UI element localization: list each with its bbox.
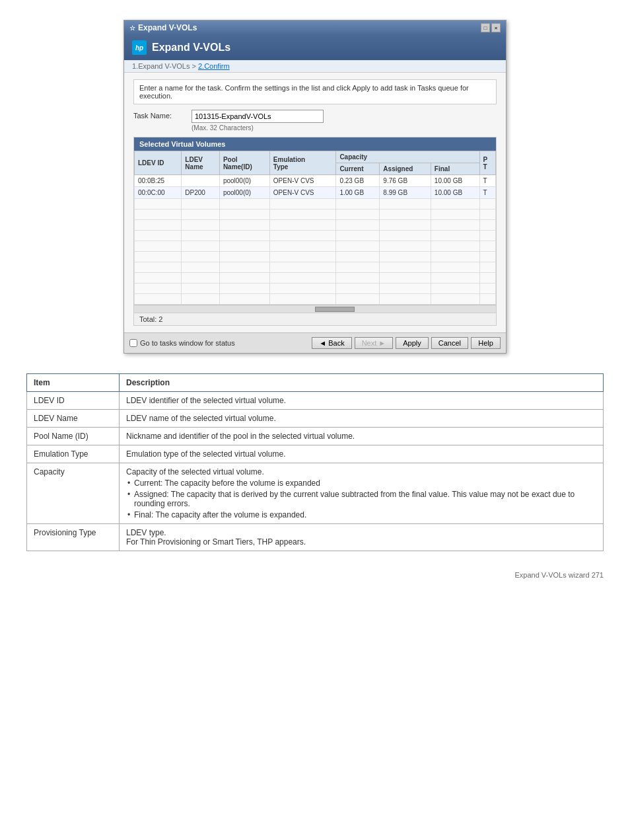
ref-item-label: Pool Name (ID) (27, 428, 120, 445)
list-item: Pool Name (ID) Nickname and identifier o… (27, 428, 604, 445)
table-row-empty (135, 284, 496, 294)
total-row: Total: 2 (134, 313, 496, 325)
ref-item-desc: Nickname and identifier of the pool in t… (120, 428, 604, 445)
titlebar-left: ☆ Expand V-VOLs (129, 23, 197, 32)
col-ldev-id: LDEV ID (135, 151, 182, 175)
close-button[interactable]: × (491, 23, 501, 32)
ref-item-desc: Capacity of the selected virtual volume.… (120, 463, 604, 524)
next-button[interactable]: Next ► (355, 337, 394, 349)
ref-item-label: Emulation Type (27, 445, 120, 463)
ref-col1-header: Item (27, 374, 120, 392)
table-row-empty (135, 199, 496, 210)
table-row-empty (135, 262, 496, 273)
list-item: Provisioning Type LDEV type.For Thin Pro… (27, 524, 604, 551)
breadcrumb-separator: > (192, 62, 198, 70)
cell-ldev-id: 00:0B:25 (135, 175, 182, 187)
table-row-empty (135, 273, 496, 284)
apply-button[interactable]: Apply (396, 337, 429, 349)
ref-item-desc: LDEV identifier of the selected virtual … (120, 392, 604, 410)
table-row-empty (135, 210, 496, 220)
table-row-empty (135, 252, 496, 262)
dialog-body: Enter a name for the task. Confirm the s… (124, 73, 506, 332)
ref-bullet: Current: The capacity before the volume … (134, 478, 596, 488)
cell-provisioning-type: T (479, 187, 495, 199)
ref-description: Emulation type of the selected virtual v… (126, 449, 285, 459)
cell-emulation-type: OPEN-V CVS (269, 187, 336, 199)
ref-item-label: Capacity (27, 463, 120, 524)
titlebar-icon: ☆ (129, 24, 135, 32)
table-row-empty (135, 294, 496, 305)
task-name-input[interactable] (192, 110, 324, 123)
goto-tasks-checkbox[interactable] (129, 339, 137, 347)
cell-capacity-assigned: 8.99 GB (380, 187, 431, 199)
dialog-footer: Go to tasks window for status ◄ Back Nex… (124, 332, 506, 353)
dialog-header-title: Expand V-VOLs (152, 42, 230, 54)
page-footer-text: Expand V-VOLs wizard 271 (514, 571, 604, 579)
ref-description: LDEV name of the selected virtual volume… (126, 414, 276, 423)
dialog-header: hp Expand V-VOLs (124, 35, 506, 60)
table-row-empty (135, 231, 496, 241)
cancel-button[interactable]: Cancel (431, 337, 468, 349)
back-button[interactable]: ◄ Back (312, 337, 351, 349)
instruction-text: Enter a name for the task. Confirm the s… (133, 79, 497, 104)
breadcrumb-step1[interactable]: 1.Expand V-VOLs (132, 62, 190, 70)
col-capacity: Capacity (336, 151, 479, 163)
titlebar-controls: □ × (481, 23, 501, 32)
cell-pool-name: pool00(0) (219, 175, 269, 187)
col-capacity-current: Current (336, 163, 380, 175)
ref-col2-header: Description (120, 374, 604, 392)
cell-ldev-id: 00:0C:00 (135, 187, 182, 199)
scrollbar-thumb[interactable] (315, 307, 355, 312)
page-footer: Expand V-VOLs wizard 271 (26, 564, 604, 586)
ref-item-desc: LDEV name of the selected virtual volume… (120, 410, 604, 428)
col-capacity-final: Final (431, 163, 479, 175)
task-name-row: Task Name: (Max. 32 Characters) (133, 110, 497, 132)
cell-pool-name: pool00(0) (219, 187, 269, 199)
dialog-breadcrumb: 1.Expand V-VOLs > 2.Confirm (124, 60, 506, 73)
ref-bullet: Assigned: The capacity that is derived b… (134, 490, 596, 508)
ref-item-label: LDEV ID (27, 392, 120, 410)
ref-description2: For Thin Provisioning or Smart Tiers, TH… (126, 537, 306, 547)
list-item: Capacity Capacity of the selected virtua… (27, 463, 604, 524)
footer-buttons: ◄ Back Next ► Apply Cancel Help (312, 337, 501, 349)
cell-capacity-final: 10.00 GB (431, 175, 479, 187)
horizontal-scrollbar[interactable] (134, 305, 496, 313)
col-capacity-assigned: Assigned (380, 163, 431, 175)
ref-bullet: Final: The capacity after the volume is … (134, 510, 596, 519)
table-row-empty (135, 220, 496, 231)
dialog-titlebar: ☆ Expand V-VOLs □ × (124, 20, 506, 35)
cell-capacity-current: 0.23 GB (336, 175, 380, 187)
cell-ldev-name: DP200 (182, 187, 220, 199)
total-label: Total: (139, 315, 157, 323)
minimize-button[interactable]: □ (481, 23, 490, 32)
ref-item-label: Provisioning Type (27, 524, 120, 551)
ref-item-label: LDEV Name (27, 410, 120, 428)
ref-description: LDEV type. (126, 528, 166, 537)
cell-emulation-type: OPEN-V CVS (269, 175, 336, 187)
list-item: Emulation Type Emulation type of the sel… (27, 445, 604, 463)
reference-table: Item Description LDEV ID LDEV identifier… (26, 373, 604, 551)
ref-item-desc: Emulation type of the selected virtual v… (120, 445, 604, 463)
table-row: 00:0C:00 DP200 pool00(0) OPEN-V CVS 1.00… (135, 187, 496, 199)
col-pool-name: PoolName(ID) (219, 151, 269, 175)
task-name-label: Task Name: (133, 110, 186, 120)
goto-tasks-label: Go to tasks window for status (140, 339, 235, 347)
cell-capacity-final: 10.00 GB (431, 187, 479, 199)
dialog-title: Expand V-VOLs (138, 23, 197, 32)
cell-provisioning-type: T (479, 175, 495, 187)
help-button[interactable]: Help (471, 337, 501, 349)
breadcrumb-step2[interactable]: 2.Confirm (198, 62, 230, 70)
hp-logo: hp (132, 40, 147, 55)
dialog-window: ☆ Expand V-VOLs □ × hp Expand V-VOLs 1.E… (123, 20, 507, 354)
task-name-input-group: (Max. 32 Characters) (192, 110, 324, 132)
max-chars-hint: (Max. 32 Characters) (192, 124, 324, 132)
cell-capacity-assigned: 9.76 GB (380, 175, 431, 187)
ref-description: Capacity of the selected virtual volume. (126, 467, 264, 477)
table-row-empty (135, 241, 496, 252)
table-row: 00:0B:25 pool00(0) OPEN-V CVS 0.23 GB 9.… (135, 175, 496, 187)
col-provisioning-type: PT (479, 151, 495, 175)
ref-description: LDEV identifier of the selected virtual … (126, 396, 286, 405)
selected-volumes-header: Selected Virtual Volumes (134, 137, 496, 151)
ref-item-desc: LDEV type.For Thin Provisioning or Smart… (120, 524, 604, 551)
cell-ldev-name (182, 175, 220, 187)
